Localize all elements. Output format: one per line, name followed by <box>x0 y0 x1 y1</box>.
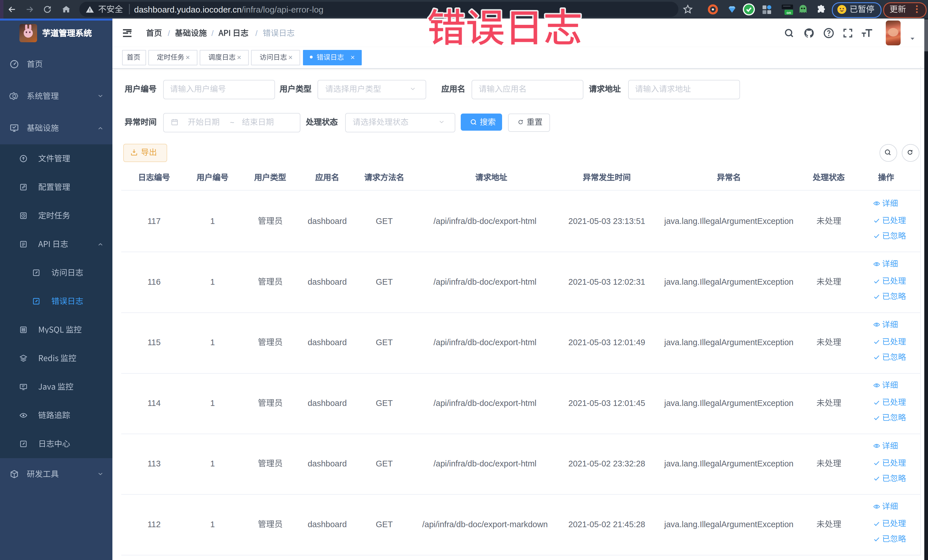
svg-text:on: on <box>786 11 791 15</box>
